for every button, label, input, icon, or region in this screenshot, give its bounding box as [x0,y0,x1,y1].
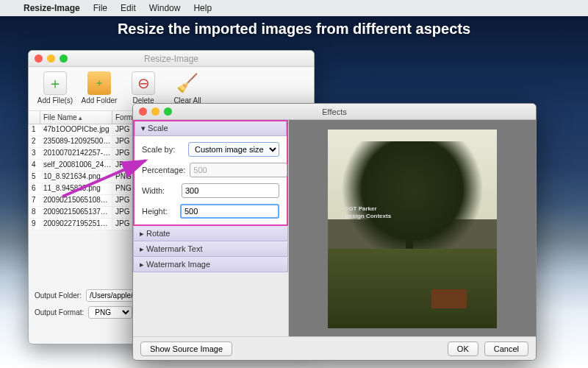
preview-text-2: Design Contexts [345,213,391,220]
output-format-select[interactable]: PNG [88,306,132,319]
preview-image: SGT ParkerDesign Contexts [328,130,497,328]
add-files-label: Add File(s) [37,96,73,105]
col-filename[interactable]: File Name▴ [40,111,112,124]
scale-by-select[interactable]: Custom image size [188,142,279,157]
effects-sidebar: ▾ Scale Scale by: Custom image size Perc… [133,120,289,338]
width-label: Width: [142,186,177,195]
show-source-button[interactable]: Show Source Image [140,342,232,356]
preview-text-1: SGT Parker [345,205,391,213]
width-input[interactable] [182,183,279,198]
height-input[interactable] [180,204,279,219]
output-folder-label: Output Folder: [35,291,82,300]
add-folder-icon: ＋ [87,71,111,95]
scale-panel: Scale by: Custom image size Percentage: … [133,136,288,226]
effects-footer: Show Source Image OK Cancel [133,336,536,360]
scale-by-label: Scale by: [142,145,184,154]
effects-window: Effects ▾ Scale Scale by: Custom image s… [132,103,537,361]
delete-icon: ⊖ [132,71,155,95]
ok-button[interactable]: OK [448,342,478,356]
promo-heading: Resize the imported images from differen… [0,21,588,38]
add-folder-button[interactable]: ＋ Add Folder [80,71,118,109]
sort-asc-icon: ▴ [79,114,82,121]
section-rotate[interactable]: ▸ Rotate [133,226,288,241]
percentage-input [190,163,287,177]
main-window-title: Resize-Image [29,54,314,64]
menu-help[interactable]: Help [193,3,212,13]
add-file-icon: ＋ [43,71,67,95]
percentage-label: Percentage: [142,166,185,174]
menu-window[interactable]: Window [149,3,181,13]
col-num[interactable] [29,111,40,124]
section-scale[interactable]: ▾ Scale [135,121,287,136]
effects-titlebar: Effects [133,104,536,120]
preview-area: SGT ParkerDesign Contexts [289,120,536,338]
effects-title: Effects [133,107,536,116]
menu-edit[interactable]: Edit [121,3,136,13]
output-format-label: Output Format: [35,308,84,316]
menubar-appname[interactable]: Resize-Image [24,3,80,13]
menu-file[interactable]: File [93,3,107,13]
height-label: Height: [142,207,176,216]
main-titlebar: Resize-Image [29,51,314,67]
section-watermark-image[interactable]: ▸ Watermark Image [133,257,288,272]
system-menubar: Resize-Image File Edit Window Help [0,0,588,16]
section-watermark-text[interactable]: ▸ Watermark Text [133,241,288,257]
add-folder-label: Add Folder [82,96,118,105]
cancel-button[interactable]: Cancel [484,342,528,356]
add-files-button[interactable]: ＋ Add File(s) [36,71,74,109]
clear-all-icon: 🧹 [176,71,199,95]
